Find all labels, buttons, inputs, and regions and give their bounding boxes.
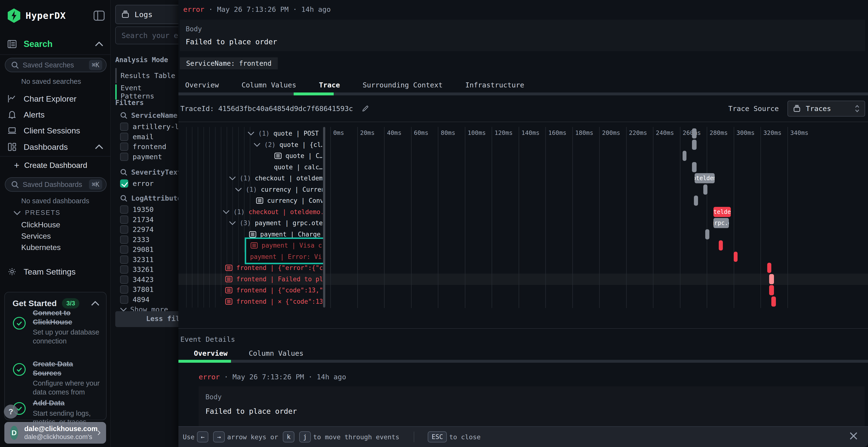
filter-option-29081[interactable]: 29081: [120, 245, 154, 254]
get-started-step-sources[interactable]: Create Data Sources Configure where your…: [12, 359, 101, 397]
tab-infrastructure[interactable]: Infrastructure: [465, 81, 524, 89]
analysis-mode-event-patterns[interactable]: Event Patterns: [115, 84, 179, 100]
filter-option-frontend[interactable]: frontend: [120, 142, 166, 151]
close-drawer-button[interactable]: [848, 431, 859, 441]
chevron-down-icon[interactable]: [229, 176, 236, 180]
span-bar[interactable]: [767, 263, 771, 273]
span-bar[interactable]: [692, 162, 697, 172]
checkbox[interactable]: [120, 205, 128, 214]
chevron-down-icon[interactable]: [223, 210, 229, 214]
help-button[interactable]: ?: [4, 405, 18, 419]
span-tree-row[interactable]: (1)currency | Currenc…: [235, 184, 322, 195]
span-bar[interactable]: [771, 297, 776, 307]
span-tree-row[interactable]: (3)payment | grpc.oteld…: [229, 217, 322, 229]
checkbox[interactable]: [120, 133, 128, 141]
span-tree-row[interactable]: currency | Conv…: [256, 195, 322, 206]
checkbox[interactable]: [120, 236, 128, 244]
create-dashboard-button[interactable]: + Create Dashboard: [14, 161, 87, 170]
filter-option-payment[interactable]: payment: [120, 152, 162, 162]
span-bar[interactable]: [705, 229, 709, 239]
filter-option-error[interactable]: error: [120, 179, 154, 188]
filter-group-servicename: ServiceName: [120, 111, 178, 119]
span-bar[interactable]: oteldem: [695, 173, 715, 183]
checkbox[interactable]: [120, 226, 128, 234]
checkbox[interactable]: [120, 215, 128, 224]
sidebar-item-dashboards[interactable]: Dashboards: [7, 142, 103, 152]
span-tree-row[interactable]: frontend | Failed to place…: [225, 274, 322, 285]
sidebar-item-search[interactable]: Search: [7, 38, 103, 49]
chevron-up-icon[interactable]: [95, 144, 103, 149]
span-bar[interactable]: [683, 151, 687, 161]
tab-trace[interactable]: Trace: [319, 81, 340, 89]
checkbox[interactable]: [120, 276, 128, 284]
chevron-down-icon[interactable]: [235, 187, 242, 192]
chevron-down-icon[interactable]: [229, 221, 236, 225]
filter-option-2333[interactable]: 2333: [120, 235, 150, 244]
preset-services[interactable]: Services: [21, 232, 51, 241]
preset-clickhouse[interactable]: ClickHouse: [21, 220, 60, 229]
span-bar[interactable]: oteldem: [713, 207, 731, 217]
service-name-chip[interactable]: ServiceName: frontend: [180, 57, 278, 69]
user-menu[interactable]: D dale@clickhouse.com dale@clickhouse.co…: [4, 422, 106, 444]
event-details-tab-overview[interactable]: Overview: [194, 349, 227, 357]
filter-option-4894[interactable]: 4894: [120, 295, 150, 304]
saved-searches-input[interactable]: Saved Searches ⌘K: [5, 58, 106, 72]
event-details-tab-column-values[interactable]: Column Values: [249, 349, 304, 357]
filter-option-21734[interactable]: 21734: [120, 215, 154, 225]
filter-option-email[interactable]: email: [120, 132, 154, 142]
checkbox[interactable]: [120, 265, 128, 274]
span-tree-row[interactable]: frontend | {"code":13,"det…: [225, 285, 322, 296]
checkbox[interactable]: [120, 285, 128, 294]
trace-source-select[interactable]: Traces: [787, 101, 865, 116]
filter-option-artillery-loa[interactable]: artillery-loa: [120, 122, 187, 132]
checkbox[interactable]: [120, 153, 128, 161]
chevron-up-icon[interactable]: [91, 301, 99, 306]
analysis-mode-results-table[interactable]: Results Table: [115, 68, 175, 83]
span-bar[interactable]: [769, 274, 774, 284]
filter-option-32311[interactable]: 32311: [120, 255, 154, 265]
span-bar[interactable]: [692, 140, 697, 150]
edit-pencil-icon[interactable]: [361, 105, 369, 113]
sidebar-item-client-sessions[interactable]: Client Sessions: [7, 125, 103, 136]
span-tree-row[interactable]: quote | calc…: [274, 162, 322, 173]
filter-option-34423[interactable]: 34423: [120, 275, 154, 284]
saved-dashboards-input[interactable]: Saved Dashboards ⌘K: [5, 177, 106, 192]
preset-kubernetes[interactable]: Kubernetes: [21, 243, 61, 252]
span-bar[interactable]: [692, 128, 697, 138]
span-tree-row[interactable]: quote | C…: [274, 150, 322, 161]
filter-option-33261[interactable]: 33261: [120, 265, 154, 274]
chevron-down-icon[interactable]: [248, 132, 254, 135]
span-bar[interactable]: [719, 240, 723, 250]
span-tree-row[interactable]: (1)checkout | oteldemo.Pa…: [223, 206, 322, 217]
checkbox[interactable]: [120, 143, 128, 151]
chevron-up-icon[interactable]: [95, 42, 103, 46]
tab-overview[interactable]: Overview: [185, 81, 219, 89]
span-bar[interactable]: [703, 184, 707, 195]
presets-toggle[interactable]: PRESETS: [13, 209, 61, 216]
get-started-step-connect[interactable]: Connect to ClickHouse Set up your databa…: [12, 308, 101, 346]
span-tree-row[interactable]: frontend | × {"code":13,"d…: [225, 296, 322, 307]
checkbox[interactable]: [120, 255, 128, 264]
chevron-down-icon[interactable]: [254, 143, 260, 147]
checkbox[interactable]: [120, 123, 128, 131]
span-tree-row[interactable]: (1)quote | POST …: [248, 128, 322, 139]
filter-option-22974[interactable]: 22974: [120, 225, 154, 234]
sidebar-item-chart-explorer[interactable]: Chart Explorer: [7, 94, 103, 104]
span-bar[interactable]: grpc.o: [713, 218, 729, 228]
span-tree-row[interactable]: (2)quote | {cl…: [254, 139, 322, 150]
tab-column-values[interactable]: Column Values: [242, 81, 296, 89]
checkbox[interactable]: [120, 179, 128, 187]
span-bar[interactable]: [694, 196, 698, 206]
collapse-sidebar-icon[interactable]: [94, 10, 105, 21]
sidebar-item-team-settings[interactable]: Team Settings: [7, 266, 103, 277]
checkbox[interactable]: [120, 296, 128, 304]
checkbox[interactable]: [120, 245, 128, 253]
filter-option-19350[interactable]: 19350: [120, 205, 154, 214]
tab-surrounding-context[interactable]: Surrounding Context: [363, 81, 443, 89]
span-bar[interactable]: [769, 285, 774, 295]
filter-option-37801[interactable]: 37801: [120, 285, 154, 294]
waterfall-scrollbar[interactable]: [323, 127, 325, 308]
span-bar[interactable]: [734, 252, 738, 262]
sidebar-item-alerts[interactable]: Alerts: [7, 109, 103, 120]
span-tree-row[interactable]: (1)checkout | oteldemo.…: [229, 173, 322, 184]
